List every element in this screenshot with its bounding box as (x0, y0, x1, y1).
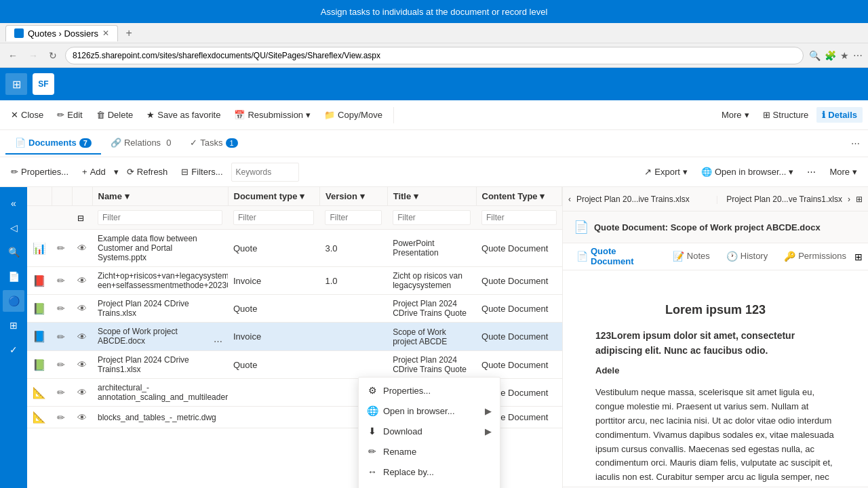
back-button[interactable]: ← (5, 49, 20, 62)
row-view-btn[interactable]: 👁 (72, 407, 92, 428)
col-doctype[interactable]: Document type ▾ (228, 187, 319, 206)
content-type: Quote Document (476, 295, 561, 323)
right-nav: ‹ Project Plan 20...ive Trains.xlsx | Pr… (563, 187, 868, 211)
refresh-button[interactable]: ⟳ Refresh (121, 164, 174, 180)
ctx-rename[interactable]: ✏ Rename (359, 441, 500, 462)
edit-button[interactable]: ✏ Edit (52, 107, 87, 123)
row-edit-btn[interactable]: ✏ (52, 323, 72, 351)
filter-version-input[interactable] (325, 210, 382, 225)
col-title[interactable]: Title ▾ (387, 187, 476, 206)
doc-content[interactable]: Lorem ipsum 123 123Lorem ipsum dolor sit… (563, 270, 868, 487)
browser-favorites-icon[interactable]: ★ (840, 50, 849, 61)
ctx-properties[interactable]: ⚙ Properties... (359, 380, 500, 401)
tab-tasks[interactable]: ✓ Tasks 1 (180, 132, 247, 155)
properties-button[interactable]: ✏ Properties... (5, 164, 74, 180)
browser-chrome: Quotes › Dossiers ✕ + (0, 23, 868, 43)
doc-tab-notes[interactable]: 📝 Notes (665, 245, 718, 268)
filters-button[interactable]: ⊟ Filters... (176, 164, 228, 180)
strip-tile-button[interactable]: ⊞ (3, 314, 24, 336)
row-edit-btn[interactable]: ✏ (52, 379, 72, 407)
address-bar-row: ← → ↻ 🔍 🧩 ★ ⋯ (0, 43, 868, 68)
add-chevron-icon[interactable]: ▾ (114, 167, 119, 177)
toolbar: ✕ Close ✏ Edit 🗑 Delete ★ Save as favori… (0, 100, 868, 130)
structure-button[interactable]: ⊞ Structure (757, 107, 814, 123)
resubmission-button[interactable]: 📅 Resubmission ▾ (229, 107, 316, 123)
filter-doctype-input[interactable] (233, 210, 314, 225)
col-contenttype[interactable]: Content Type ▾ (476, 187, 561, 206)
row-edit-btn[interactable]: ✏ (52, 230, 72, 267)
browser-search-icon[interactable]: 🔍 (809, 50, 821, 61)
filter-contenttype-input[interactable] (481, 210, 556, 225)
strip-nav2-button[interactable]: 📄 (3, 266, 24, 287)
subtoolbar-extra-more-button[interactable]: More ▾ (824, 164, 863, 180)
strip-filter-button[interactable]: 🔵 (3, 290, 24, 312)
filter-title-input[interactable] (393, 210, 471, 225)
ctx-replace-by[interactable]: ↔ Replace by... (359, 462, 500, 482)
keywords-input[interactable] (231, 163, 299, 182)
tab-relations[interactable]: 🔗 Relations 0 (101, 132, 180, 155)
col-name[interactable]: Name ▾ (92, 187, 228, 206)
filter-toggle-button[interactable]: ⊟ (77, 214, 84, 223)
forward-button[interactable]: → (26, 49, 41, 62)
row-view-btn[interactable]: 👁 (72, 230, 92, 267)
waffle-menu-button[interactable]: ⊞ (5, 73, 27, 95)
right-nav-expand-button[interactable]: ⊞ (856, 195, 863, 204)
icon-strip: « ◁ 🔍 📄 🔵 ⊞ ✓ (0, 187, 27, 488)
row-view-btn[interactable]: 👁 (72, 323, 92, 351)
save-as-favorite-button[interactable]: ★ Save as favorite (141, 107, 226, 123)
strip-search-button[interactable]: 🔍 (3, 241, 24, 263)
row-edit-btn[interactable]: ✏ (52, 267, 72, 295)
copy-move-button[interactable]: 📁 Copy/Move (319, 107, 388, 123)
row-view-btn[interactable]: 👁 (72, 351, 92, 379)
strip-nav1-button[interactable]: ◁ (3, 217, 24, 239)
open-in-browser-button[interactable]: 🌐 Open in browser... ▾ (696, 164, 800, 180)
close-icon: ✕ (11, 110, 18, 120)
browser-tab[interactable]: Quotes › Dossiers ✕ (5, 25, 118, 41)
close-button[interactable]: ✕ Close (5, 107, 49, 123)
col-version[interactable]: Version ▾ (319, 187, 387, 206)
table-row[interactable]: 📗 ✏ 👁 Project Plan 2024 CDrive Trains1.x… (27, 351, 562, 379)
details-button[interactable]: ℹ Details (816, 107, 863, 123)
version (319, 323, 387, 351)
doc-tab-quote[interactable]: 📄 Quote Document (568, 241, 665, 273)
tab-close-icon[interactable]: ✕ (102, 28, 109, 38)
new-tab-button[interactable]: + (122, 26, 136, 40)
table-row[interactable]: 📕 ✏ 👁 Zicht+op+risicos+van+legacysysteme… (27, 267, 562, 295)
doc-tab-history[interactable]: 🕐 History (718, 245, 776, 268)
delete-button[interactable]: 🗑 Delete (91, 107, 139, 123)
ctx-download[interactable]: ⬇ Download ▶ (359, 421, 500, 441)
right-nav-right-button[interactable]: › (848, 195, 850, 204)
table-row[interactable]: 📘 ✏ 👁 Scope of Work project ABCDE.docx⋯ … (27, 323, 562, 351)
row-edit-btn[interactable]: ✏ (52, 295, 72, 323)
row-edit-btn[interactable]: ✏ (52, 407, 72, 428)
row-more-button[interactable]: ⋯ (214, 336, 222, 346)
row-edit-btn[interactable]: ✏ (52, 351, 72, 379)
strip-check-button[interactable]: ✓ (3, 339, 24, 361)
browser-settings-icon[interactable]: ⋯ (853, 50, 863, 61)
row-view-btn[interactable]: 👁 (72, 295, 92, 323)
more2-chevron-icon: ▾ (852, 167, 857, 177)
right-nav-left-button[interactable]: ‹ (568, 195, 571, 204)
tabs-expand-button[interactable]: ⋯ (848, 136, 863, 151)
row-view-btn[interactable]: 👁 (72, 267, 92, 295)
export-button[interactable]: ↗ Export ▾ (639, 164, 693, 180)
row-view-btn[interactable]: 👁 (72, 379, 92, 407)
strip-collapse-button[interactable]: « (3, 192, 24, 214)
browser-extensions-icon[interactable]: 🧩 (825, 50, 836, 61)
doc-tab-permissions[interactable]: 🔑 Permissions (776, 245, 854, 268)
tab-documents[interactable]: 📄 Documents 7 (5, 132, 101, 155)
reload-button[interactable]: ↻ (46, 49, 60, 62)
subtoolbar-more-button[interactable]: ⋯ (802, 164, 821, 180)
more-button[interactable]: More ▾ (716, 107, 755, 123)
table-row[interactable]: 📗 ✏ 👁 Project Plan 2024 CDrive Trains.xl… (27, 295, 562, 323)
filter-name-input[interactable] (98, 210, 222, 225)
doc-expand-button[interactable]: ⊞ (854, 251, 863, 262)
ctx-open-browser[interactable]: 🌐 Open in browser... ▶ (359, 401, 500, 421)
ctx-delete-file[interactable]: 🗑 Delete File (359, 482, 500, 488)
col-icon (27, 187, 52, 206)
address-input[interactable] (65, 47, 804, 64)
table-row[interactable]: 📊 ✏ 👁 Example data flow between Customer… (27, 230, 562, 267)
doc-type: Quote (228, 230, 319, 267)
add-button[interactable]: + Add (77, 164, 111, 180)
tasks-badge: 1 (226, 138, 238, 148)
